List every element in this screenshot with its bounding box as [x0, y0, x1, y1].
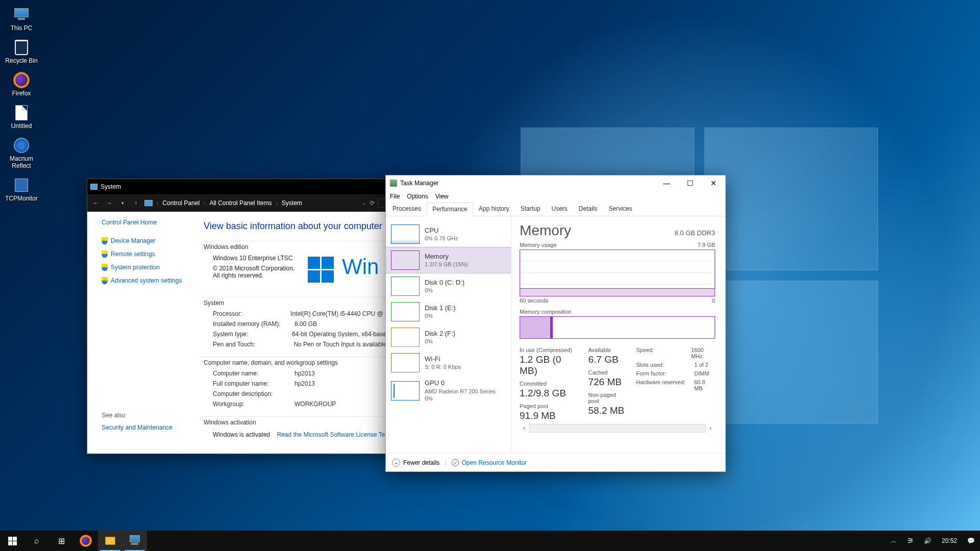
taskbar-app-explorer[interactable] [98, 531, 122, 551]
system-window: System ← → ▾ ↑ › Control Panel › All Con… [87, 179, 390, 454]
perf-card-disk1[interactable]: Disk 1 (E:)0% [386, 299, 511, 324]
system-main: View basic information about your comput… [200, 212, 390, 454]
tab-services[interactable]: Services [603, 202, 638, 216]
section-windows-edition: Windows edition [200, 241, 390, 253]
close-button[interactable]: ✕ [702, 176, 725, 191]
tray-overflow-button[interactable]: ︿ [888, 531, 900, 551]
tab-details[interactable]: Details [573, 202, 603, 216]
tab-performance[interactable]: Performance [427, 203, 473, 216]
desktop-icon-this-pc[interactable]: This PC [2, 4, 41, 37]
menu-view[interactable]: View [435, 193, 449, 200]
license-terms-link[interactable]: Read the Microsoft Software License Ter [277, 431, 387, 438]
task-view-icon: ⊞ [58, 536, 65, 546]
address-dropdown[interactable]: ⌄ [362, 201, 366, 206]
taskbar-app-control-panel[interactable] [122, 531, 147, 551]
perf-card-cpu[interactable]: CPU0% 0.78 GHz [386, 221, 511, 247]
up-button[interactable]: ↑ [131, 199, 140, 207]
tab-app-history[interactable]: App history [473, 202, 515, 216]
breadcrumb-all-items[interactable]: All Control Panel Items [209, 199, 272, 207]
scrollbar-track[interactable] [529, 424, 706, 433]
open-resource-monitor-link[interactable]: Open Resource Monitor [462, 459, 527, 466]
chevron-right-icon: › [276, 201, 277, 206]
wifi-thumbnail-icon [391, 353, 420, 372]
monitor-icon [13, 6, 30, 23]
task-manager-titlebar[interactable]: Task Manager — ☐ ✕ [386, 176, 725, 191]
back-button[interactable]: ← [91, 199, 101, 207]
folder-icon [105, 537, 115, 545]
search-button[interactable]: ⌕ [24, 531, 49, 551]
gpu-thumbnail-icon [391, 381, 420, 400]
history-dropdown[interactable]: ▾ [118, 201, 127, 206]
stat-available: 6.7 GB [588, 354, 626, 365]
perf-card-gpu[interactable]: GPU 0AMD Radeon R7 200 Series0% [386, 375, 511, 406]
start-button[interactable] [0, 531, 24, 551]
forward-button[interactable]: → [105, 199, 114, 207]
system-protection-link[interactable]: System protection [102, 264, 200, 271]
perf-card-disk2[interactable]: Disk 2 (F:)0% [386, 324, 511, 350]
clock[interactable]: 20:52 [939, 531, 960, 551]
menu-options[interactable]: Options [407, 193, 428, 200]
copyright-text: © 2018 Microsoft Corporation. All rights… [213, 265, 300, 279]
tab-processes[interactable]: Processes [387, 202, 427, 216]
desktop-icon-firefox[interactable]: Firefox [2, 69, 41, 102]
page-heading: View basic information about your comput… [200, 221, 390, 232]
control-panel-home-link[interactable]: Control Panel Home [102, 219, 200, 226]
scroll-left-icon[interactable]: ‹ [520, 424, 529, 432]
desktop-icon-untitled[interactable]: Untitled [2, 102, 41, 135]
search-box-edge[interactable] [378, 198, 386, 208]
chevron-right-icon: › [204, 201, 205, 206]
windows-brand-text: Win [342, 255, 379, 279]
scroll-right-icon[interactable]: › [706, 424, 715, 432]
advanced-settings-link[interactable]: Advanced system settings [102, 277, 200, 284]
desktop-icon-macrium-reflect[interactable]: Macrium Reflect [2, 135, 41, 174]
task-manager-footer: ⌄ Fewer details | Open Resource Monitor [386, 453, 725, 471]
composition-cached [551, 317, 553, 338]
task-manager-window: Task Manager — ☐ ✕ File Options View Pro… [385, 175, 726, 472]
cpu-thumbnail-icon [391, 224, 420, 244]
performance-detail: Memory 8.0 GB DDR3 Memory usage 7.9 GB 6… [511, 216, 725, 453]
remote-settings-link[interactable]: Remote settings [102, 251, 200, 258]
chevron-down-icon[interactable]: ⌄ [392, 459, 400, 467]
tab-users[interactable]: Users [546, 202, 573, 216]
breadcrumb-control-panel[interactable]: Control Panel [162, 199, 200, 207]
composition-label: Memory composition [520, 309, 715, 315]
tab-startup[interactable]: Startup [515, 202, 546, 216]
desktop-icon-label: This PC [11, 24, 33, 32]
minimize-button[interactable]: — [655, 176, 678, 191]
device-manager-link[interactable]: Device Manager [102, 237, 200, 244]
windows-logo-icon [308, 257, 334, 283]
monitor-icon [144, 200, 153, 206]
desktop-icon-label: Macrium Reflect [2, 155, 41, 169]
monitor-icon [130, 535, 140, 542]
task-view-button[interactable]: ⊞ [49, 531, 74, 551]
system-tray: ︿ ⚞ 🔊 20:52 💬 [886, 531, 980, 551]
perf-card-disk0[interactable]: Disk 0 (C: D:)0% [386, 273, 511, 299]
stat-paged-pool: 91.9 MB [520, 410, 578, 421]
fewer-details-link[interactable]: Fewer details [403, 459, 439, 466]
menu-file[interactable]: File [390, 193, 400, 200]
wifi-icon[interactable]: ⚞ [904, 531, 917, 551]
security-maintenance-link[interactable]: Security and Maintenance [102, 424, 200, 431]
perf-card-wifi[interactable]: Wi-FiS: 0 R: 0 Kbps [386, 350, 511, 375]
no-resource-icon [452, 459, 459, 466]
refresh-button[interactable]: ⟳ [370, 199, 375, 207]
breadcrumb-system[interactable]: System [282, 199, 302, 207]
desktop-icon-recycle-bin[interactable]: Recycle Bin [2, 37, 41, 69]
macrium-icon [13, 137, 30, 154]
volume-icon[interactable]: 🔊 [921, 531, 935, 551]
desktop-icons: This PC Recycle Bin Firefox Untitled Mac… [2, 4, 41, 207]
desktop-icon-tcpmonitor[interactable]: TCPMonitor [2, 174, 41, 207]
search-icon: ⌕ [34, 536, 39, 545]
horizontal-scrollbar[interactable]: ‹ › [520, 423, 715, 433]
text-file-icon [13, 104, 30, 121]
perf-card-memory[interactable]: Memory1.2/7.9 GB (15%) [386, 247, 511, 273]
taskbar-app-firefox[interactable] [74, 531, 98, 551]
shield-icon [102, 277, 108, 284]
memory-composition-bar [520, 316, 715, 339]
action-center-button[interactable]: 💬 [964, 531, 978, 551]
maximize-button[interactable]: ☐ [678, 176, 702, 191]
desktop-icon-label: Firefox [12, 90, 31, 97]
system-window-titlebar[interactable]: System [87, 179, 390, 194]
graph-xaxis-right: 0 [712, 297, 715, 304]
monitor-icon [90, 184, 97, 190]
